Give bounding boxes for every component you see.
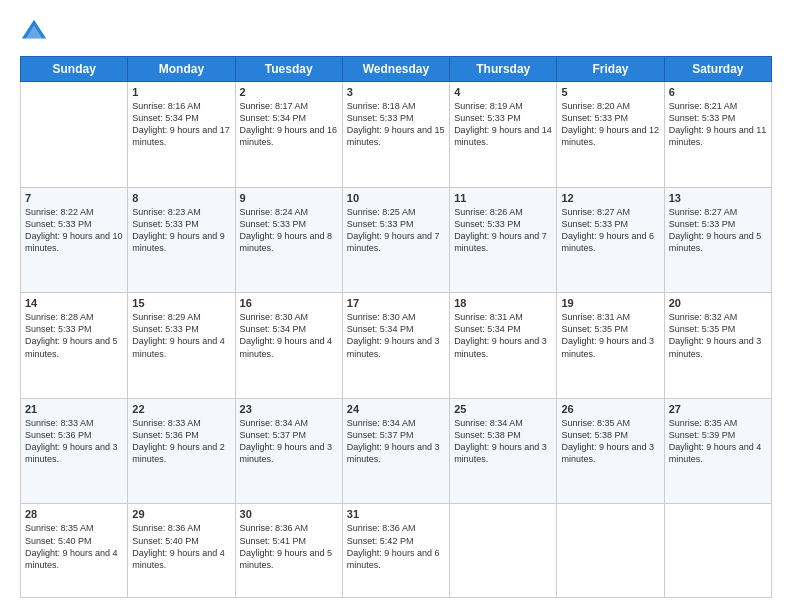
day-number: 15 bbox=[132, 297, 230, 309]
day-number: 1 bbox=[132, 86, 230, 98]
day-number: 12 bbox=[561, 192, 659, 204]
day-cell-30: 30Sunrise: 8:36 AMSunset: 5:41 PMDayligh… bbox=[235, 504, 342, 598]
day-cell-9: 9Sunrise: 8:24 AMSunset: 5:33 PMDaylight… bbox=[235, 187, 342, 293]
weekday-header-sunday: Sunday bbox=[21, 57, 128, 82]
day-info: Sunrise: 8:18 AMSunset: 5:33 PMDaylight:… bbox=[347, 100, 445, 149]
day-info: Sunrise: 8:36 AMSunset: 5:41 PMDaylight:… bbox=[240, 522, 338, 571]
empty-cell bbox=[21, 82, 128, 188]
page: SundayMondayTuesdayWednesdayThursdayFrid… bbox=[0, 0, 792, 612]
weekday-header-wednesday: Wednesday bbox=[342, 57, 449, 82]
day-cell-14: 14Sunrise: 8:28 AMSunset: 5:33 PMDayligh… bbox=[21, 293, 128, 399]
day-number: 31 bbox=[347, 508, 445, 520]
day-number: 3 bbox=[347, 86, 445, 98]
day-number: 7 bbox=[25, 192, 123, 204]
day-number: 20 bbox=[669, 297, 767, 309]
day-number: 19 bbox=[561, 297, 659, 309]
day-cell-15: 15Sunrise: 8:29 AMSunset: 5:33 PMDayligh… bbox=[128, 293, 235, 399]
day-number: 17 bbox=[347, 297, 445, 309]
week-row-1: 1Sunrise: 8:16 AMSunset: 5:34 PMDaylight… bbox=[21, 82, 772, 188]
empty-cell bbox=[450, 504, 557, 598]
day-cell-19: 19Sunrise: 8:31 AMSunset: 5:35 PMDayligh… bbox=[557, 293, 664, 399]
day-number: 8 bbox=[132, 192, 230, 204]
day-cell-3: 3Sunrise: 8:18 AMSunset: 5:33 PMDaylight… bbox=[342, 82, 449, 188]
week-row-4: 21Sunrise: 8:33 AMSunset: 5:36 PMDayligh… bbox=[21, 398, 772, 504]
empty-cell bbox=[664, 504, 771, 598]
day-cell-6: 6Sunrise: 8:21 AMSunset: 5:33 PMDaylight… bbox=[664, 82, 771, 188]
day-number: 2 bbox=[240, 86, 338, 98]
day-cell-5: 5Sunrise: 8:20 AMSunset: 5:33 PMDaylight… bbox=[557, 82, 664, 188]
day-number: 21 bbox=[25, 403, 123, 415]
week-row-5: 28Sunrise: 8:35 AMSunset: 5:40 PMDayligh… bbox=[21, 504, 772, 598]
day-cell-16: 16Sunrise: 8:30 AMSunset: 5:34 PMDayligh… bbox=[235, 293, 342, 399]
day-info: Sunrise: 8:16 AMSunset: 5:34 PMDaylight:… bbox=[132, 100, 230, 149]
day-number: 6 bbox=[669, 86, 767, 98]
empty-cell bbox=[557, 504, 664, 598]
day-cell-20: 20Sunrise: 8:32 AMSunset: 5:35 PMDayligh… bbox=[664, 293, 771, 399]
day-info: Sunrise: 8:31 AMSunset: 5:34 PMDaylight:… bbox=[454, 311, 552, 360]
day-info: Sunrise: 8:35 AMSunset: 5:40 PMDaylight:… bbox=[25, 522, 123, 571]
day-info: Sunrise: 8:35 AMSunset: 5:39 PMDaylight:… bbox=[669, 417, 767, 466]
day-cell-4: 4Sunrise: 8:19 AMSunset: 5:33 PMDaylight… bbox=[450, 82, 557, 188]
day-cell-17: 17Sunrise: 8:30 AMSunset: 5:34 PMDayligh… bbox=[342, 293, 449, 399]
day-info: Sunrise: 8:23 AMSunset: 5:33 PMDaylight:… bbox=[132, 206, 230, 255]
day-number: 22 bbox=[132, 403, 230, 415]
weekday-header-row: SundayMondayTuesdayWednesdayThursdayFrid… bbox=[21, 57, 772, 82]
day-info: Sunrise: 8:24 AMSunset: 5:33 PMDaylight:… bbox=[240, 206, 338, 255]
weekday-header-saturday: Saturday bbox=[664, 57, 771, 82]
day-cell-24: 24Sunrise: 8:34 AMSunset: 5:37 PMDayligh… bbox=[342, 398, 449, 504]
day-info: Sunrise: 8:30 AMSunset: 5:34 PMDaylight:… bbox=[240, 311, 338, 360]
day-cell-12: 12Sunrise: 8:27 AMSunset: 5:33 PMDayligh… bbox=[557, 187, 664, 293]
week-row-2: 7Sunrise: 8:22 AMSunset: 5:33 PMDaylight… bbox=[21, 187, 772, 293]
day-cell-27: 27Sunrise: 8:35 AMSunset: 5:39 PMDayligh… bbox=[664, 398, 771, 504]
day-number: 9 bbox=[240, 192, 338, 204]
day-info: Sunrise: 8:28 AMSunset: 5:33 PMDaylight:… bbox=[25, 311, 123, 360]
day-info: Sunrise: 8:17 AMSunset: 5:34 PMDaylight:… bbox=[240, 100, 338, 149]
day-info: Sunrise: 8:19 AMSunset: 5:33 PMDaylight:… bbox=[454, 100, 552, 149]
day-cell-7: 7Sunrise: 8:22 AMSunset: 5:33 PMDaylight… bbox=[21, 187, 128, 293]
header bbox=[20, 18, 772, 46]
day-info: Sunrise: 8:22 AMSunset: 5:33 PMDaylight:… bbox=[25, 206, 123, 255]
day-info: Sunrise: 8:29 AMSunset: 5:33 PMDaylight:… bbox=[132, 311, 230, 360]
day-info: Sunrise: 8:27 AMSunset: 5:33 PMDaylight:… bbox=[561, 206, 659, 255]
day-info: Sunrise: 8:27 AMSunset: 5:33 PMDaylight:… bbox=[669, 206, 767, 255]
day-cell-21: 21Sunrise: 8:33 AMSunset: 5:36 PMDayligh… bbox=[21, 398, 128, 504]
weekday-header-monday: Monday bbox=[128, 57, 235, 82]
day-info: Sunrise: 8:33 AMSunset: 5:36 PMDaylight:… bbox=[25, 417, 123, 466]
day-number: 14 bbox=[25, 297, 123, 309]
day-info: Sunrise: 8:32 AMSunset: 5:35 PMDaylight:… bbox=[669, 311, 767, 360]
day-info: Sunrise: 8:21 AMSunset: 5:33 PMDaylight:… bbox=[669, 100, 767, 149]
day-number: 24 bbox=[347, 403, 445, 415]
weekday-header-friday: Friday bbox=[557, 57, 664, 82]
day-number: 30 bbox=[240, 508, 338, 520]
day-cell-26: 26Sunrise: 8:35 AMSunset: 5:38 PMDayligh… bbox=[557, 398, 664, 504]
weekday-header-thursday: Thursday bbox=[450, 57, 557, 82]
day-info: Sunrise: 8:36 AMSunset: 5:40 PMDaylight:… bbox=[132, 522, 230, 571]
day-number: 13 bbox=[669, 192, 767, 204]
day-number: 5 bbox=[561, 86, 659, 98]
day-cell-18: 18Sunrise: 8:31 AMSunset: 5:34 PMDayligh… bbox=[450, 293, 557, 399]
day-info: Sunrise: 8:34 AMSunset: 5:37 PMDaylight:… bbox=[347, 417, 445, 466]
day-info: Sunrise: 8:26 AMSunset: 5:33 PMDaylight:… bbox=[454, 206, 552, 255]
day-info: Sunrise: 8:36 AMSunset: 5:42 PMDaylight:… bbox=[347, 522, 445, 571]
day-cell-11: 11Sunrise: 8:26 AMSunset: 5:33 PMDayligh… bbox=[450, 187, 557, 293]
day-cell-22: 22Sunrise: 8:33 AMSunset: 5:36 PMDayligh… bbox=[128, 398, 235, 504]
day-info: Sunrise: 8:34 AMSunset: 5:38 PMDaylight:… bbox=[454, 417, 552, 466]
day-info: Sunrise: 8:34 AMSunset: 5:37 PMDaylight:… bbox=[240, 417, 338, 466]
logo-icon bbox=[20, 18, 48, 46]
day-number: 23 bbox=[240, 403, 338, 415]
logo bbox=[20, 18, 52, 46]
week-row-3: 14Sunrise: 8:28 AMSunset: 5:33 PMDayligh… bbox=[21, 293, 772, 399]
day-number: 27 bbox=[669, 403, 767, 415]
day-cell-2: 2Sunrise: 8:17 AMSunset: 5:34 PMDaylight… bbox=[235, 82, 342, 188]
day-cell-23: 23Sunrise: 8:34 AMSunset: 5:37 PMDayligh… bbox=[235, 398, 342, 504]
day-cell-1: 1Sunrise: 8:16 AMSunset: 5:34 PMDaylight… bbox=[128, 82, 235, 188]
day-number: 18 bbox=[454, 297, 552, 309]
day-number: 29 bbox=[132, 508, 230, 520]
day-info: Sunrise: 8:25 AMSunset: 5:33 PMDaylight:… bbox=[347, 206, 445, 255]
day-cell-31: 31Sunrise: 8:36 AMSunset: 5:42 PMDayligh… bbox=[342, 504, 449, 598]
day-cell-25: 25Sunrise: 8:34 AMSunset: 5:38 PMDayligh… bbox=[450, 398, 557, 504]
day-cell-28: 28Sunrise: 8:35 AMSunset: 5:40 PMDayligh… bbox=[21, 504, 128, 598]
day-cell-8: 8Sunrise: 8:23 AMSunset: 5:33 PMDaylight… bbox=[128, 187, 235, 293]
day-number: 4 bbox=[454, 86, 552, 98]
day-cell-13: 13Sunrise: 8:27 AMSunset: 5:33 PMDayligh… bbox=[664, 187, 771, 293]
